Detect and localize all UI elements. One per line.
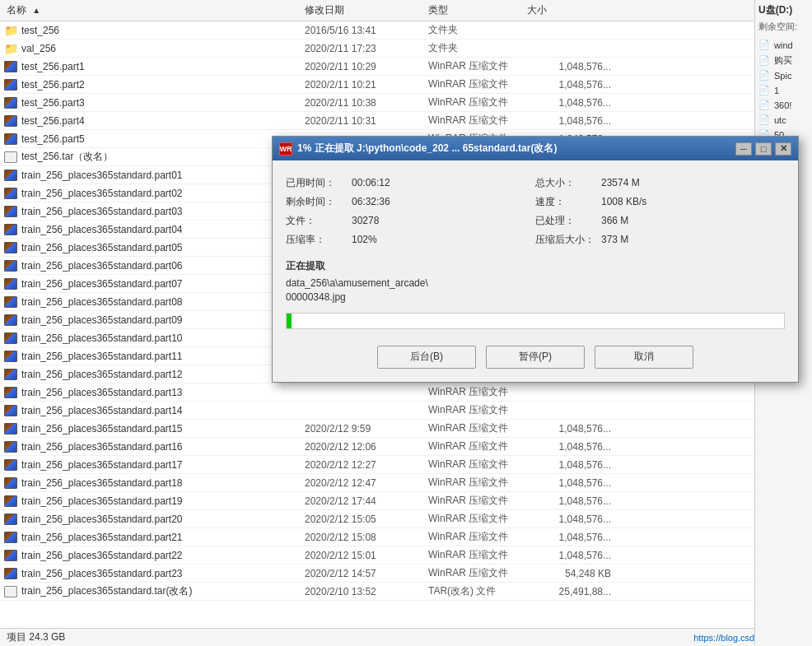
table-row[interactable]: train_256_places365standard.part18 2020/…	[0, 474, 812, 492]
rar-icon	[3, 187, 18, 200]
file-name-cell: train_256_places365standard.part03	[0, 205, 305, 218]
sidebar-item[interactable]: 📄utc	[758, 113, 809, 128]
file-name-cell: train_256_places365standard.part15	[0, 422, 305, 435]
rar-icon	[3, 114, 18, 128]
file-type-cell: WinRAR 压缩文件	[428, 77, 527, 91]
rar-icon	[3, 314, 18, 327]
file-date-cell: 2020/2/12 12:06	[305, 441, 428, 453]
sidebar-item-icon: 📄	[758, 55, 772, 67]
file-date-cell: 2020/2/12 15:05	[305, 514, 428, 525]
file-name-text: train_256_places365standard.part05	[21, 242, 182, 253]
rar-icon	[3, 223, 18, 236]
file-name-text: train_256_places365standard.part07	[21, 278, 182, 290]
dialog-controls: ─ □ ✕	[735, 142, 791, 156]
file-date-cell: 2016/5/16 13:41	[305, 25, 428, 36]
info-column-right: 总大小： 23574 M 速度： 1008 KB/s 已处理： 366 M 压缩…	[535, 174, 785, 249]
total-size-row: 总大小： 23574 M	[535, 174, 785, 193]
table-row[interactable]: train_256_places365standard.part15 2020/…	[0, 420, 812, 438]
file-name-text: train_256_places365standard.part01	[21, 170, 182, 181]
speed-value: 1008 KB/s	[601, 196, 646, 207]
file-name-cell: 📁 test_256	[0, 24, 305, 37]
dialog-minimize-btn[interactable]: ─	[735, 142, 752, 156]
file-name-text: train_256_places365standard.part03	[21, 206, 182, 217]
table-row[interactable]: train_256_places365standard.part14 WinRA…	[0, 402, 812, 420]
file-date-cell: 2020/2/12 15:01	[305, 550, 428, 561]
sidebar-item[interactable]: 📄wind	[758, 38, 809, 53]
file-type-cell: TAR(改名) 文件	[428, 584, 527, 598]
file-name-text: test_256	[21, 25, 59, 36]
sidebar-item[interactable]: 📄购买	[758, 53, 809, 68]
sidebar-item[interactable]: 📄360!	[758, 98, 809, 113]
file-name-text: test_256.part5	[21, 133, 85, 145]
background-button[interactable]: 后台(B)	[377, 346, 476, 369]
file-name-cell: train_256_places365standard.part20	[0, 513, 305, 526]
file-name-cell: train_256_places365standard.part13	[0, 386, 305, 399]
table-row[interactable]: 📁 test_256 2016/5/16 13:41 文件夹	[0, 21, 812, 40]
info-column-left: 已用时间： 00:06:12 剩余时间： 06:32:36 文件： 30278 …	[286, 174, 535, 249]
sidebar-item-label: 1	[774, 86, 779, 95]
file-name-text: train_256_places365standard.part23	[21, 568, 182, 579]
processed-value: 366 M	[601, 215, 628, 226]
winrar-dialog: WR 1% 正在提取 J:\python\code_202 ... 65stan…	[272, 136, 799, 383]
compressed-value: 373 M	[601, 234, 628, 245]
file-name-text: test_256.part4	[21, 115, 85, 127]
sidebar-item-icon: 📄	[758, 85, 772, 96]
file-size-cell: 1,048,576...	[527, 423, 618, 435]
file-date-cell: 2020/2/11 10:31	[305, 115, 428, 127]
rar-icon	[3, 495, 18, 508]
rar-icon	[3, 368, 18, 381]
files-value: 30278	[352, 215, 379, 226]
tar-icon	[3, 585, 18, 598]
file-size-cell: 1,048,576...	[527, 441, 618, 453]
file-name-cell: test_256.part1	[0, 60, 305, 73]
file-date-cell: 2020/2/12 17:44	[305, 495, 428, 507]
dialog-close-btn[interactable]: ✕	[775, 142, 791, 156]
table-row[interactable]: test_256.part3 2020/2/11 10:38 WinRAR 压缩…	[0, 94, 812, 112]
file-name-text: test_256.part1	[21, 61, 85, 72]
pause-button[interactable]: 暂停(P)	[486, 346, 585, 369]
sidebar-item[interactable]: 📄1	[758, 83, 809, 98]
cancel-button[interactable]: 取消	[595, 346, 693, 369]
file-name-cell: train_256_places365standard.part16	[0, 440, 305, 453]
file-name-cell: train_256_places365standard.part22	[0, 549, 305, 562]
winrar-icon: WR	[279, 142, 292, 156]
file-date-cell: 2020/2/12 12:27	[305, 459, 428, 471]
table-row[interactable]: train_256_places365standard.part21 2020/…	[0, 528, 812, 546]
file-name-text: train_256_places365standard.part09	[21, 314, 182, 326]
file-type-cell: WinRAR 压缩文件	[428, 476, 527, 490]
file-date-cell: 2020/2/11 10:38	[305, 97, 428, 109]
ratio-row: 压缩率： 102%	[286, 230, 535, 249]
speed-row: 速度： 1008 KB/s	[535, 193, 785, 211]
table-row[interactable]: train_256_places365standard.part23 2020/…	[0, 565, 812, 583]
rar-icon	[3, 476, 18, 490]
rar-icon	[3, 440, 18, 453]
rar-icon	[3, 458, 18, 472]
col-size-header[interactable]: 大小	[527, 3, 618, 17]
table-row[interactable]: train_256_places365standard.part19 2020/…	[0, 492, 812, 510]
col-name-header[interactable]: 名称 ▲	[0, 3, 305, 17]
files-row: 文件： 30278	[286, 211, 535, 230]
table-row[interactable]: 📁 val_256 2020/2/11 17:23 文件夹	[0, 40, 812, 58]
table-row[interactable]: train_256_places365standard.part20 2020/…	[0, 510, 812, 528]
sidebar-item[interactable]: 📄Spic	[758, 68, 809, 83]
dialog-maximize-btn[interactable]: □	[755, 142, 772, 156]
dialog-title-text: 1% 正在提取 J:\python\code_202 ... 65standar…	[297, 142, 557, 156]
rar-icon	[3, 404, 18, 417]
remaining-label: 剩余时间：	[286, 195, 352, 209]
table-row[interactable]: train_256_places365standard.part17 2020/…	[0, 456, 812, 474]
file-type-cell: WinRAR 压缩文件	[428, 548, 527, 562]
sidebar-drive-title: U盘(D:)	[758, 3, 809, 17]
table-row[interactable]: train_256_places365standard.tar(改名) 2020…	[0, 583, 812, 601]
col-date-header[interactable]: 修改日期	[305, 3, 428, 17]
table-row[interactable]: train_256_places365standard.part16 2020/…	[0, 438, 812, 456]
file-name-cell: train_256_places365standard.part09	[0, 314, 305, 327]
sidebar-item-icon: 📄	[758, 100, 772, 111]
rar-icon	[3, 386, 18, 399]
table-row[interactable]: test_256.part1 2020/2/11 10:29 WinRAR 压缩…	[0, 58, 812, 76]
col-type-header[interactable]: 类型	[428, 3, 527, 17]
table-row[interactable]: train_256_places365standard.part22 2020/…	[0, 546, 812, 565]
table-row[interactable]: test_256.part4 2020/2/11 10:31 WinRAR 压缩…	[0, 112, 812, 130]
speed-label: 速度：	[535, 195, 601, 209]
table-row[interactable]: test_256.part2 2020/2/11 10:21 WinRAR 压缩…	[0, 76, 812, 94]
table-row[interactable]: train_256_places365standard.part13 WinRA…	[0, 383, 812, 402]
